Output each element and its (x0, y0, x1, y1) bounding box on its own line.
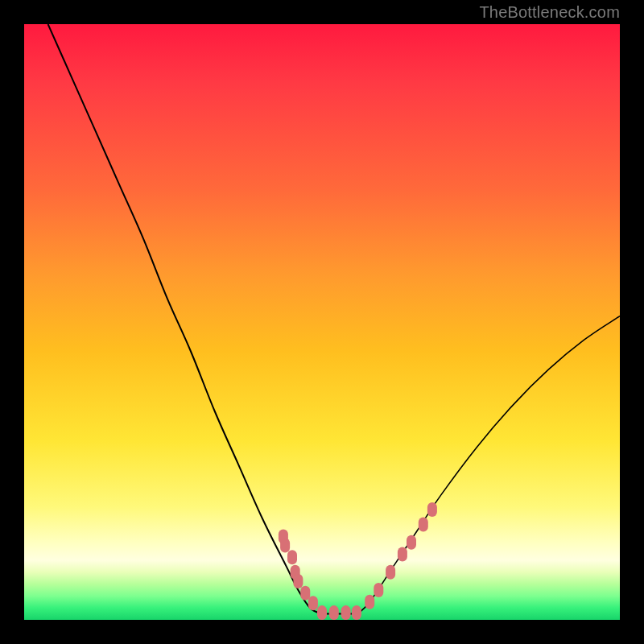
curve-right-branch (357, 316, 620, 614)
data-marker (287, 550, 297, 564)
data-marker (329, 605, 339, 620)
data-marker (352, 605, 361, 620)
data-marker (341, 605, 351, 620)
curve-left-branch (48, 24, 322, 614)
data-marker (427, 502, 437, 517)
marker-layer (279, 502, 437, 620)
data-marker (280, 539, 290, 553)
data-marker (407, 535, 416, 550)
data-marker (365, 595, 374, 609)
plot-area (24, 24, 620, 620)
data-marker (386, 565, 395, 580)
chart-frame: TheBottleneck.com (0, 0, 644, 644)
curve-layer (24, 24, 620, 620)
data-marker (293, 574, 303, 588)
data-marker (419, 518, 428, 532)
data-marker (317, 605, 327, 620)
data-marker (300, 586, 310, 601)
data-marker (374, 583, 383, 597)
data-marker (308, 596, 318, 610)
data-marker (398, 547, 407, 562)
watermark-text: TheBottleneck.com (479, 3, 620, 22)
